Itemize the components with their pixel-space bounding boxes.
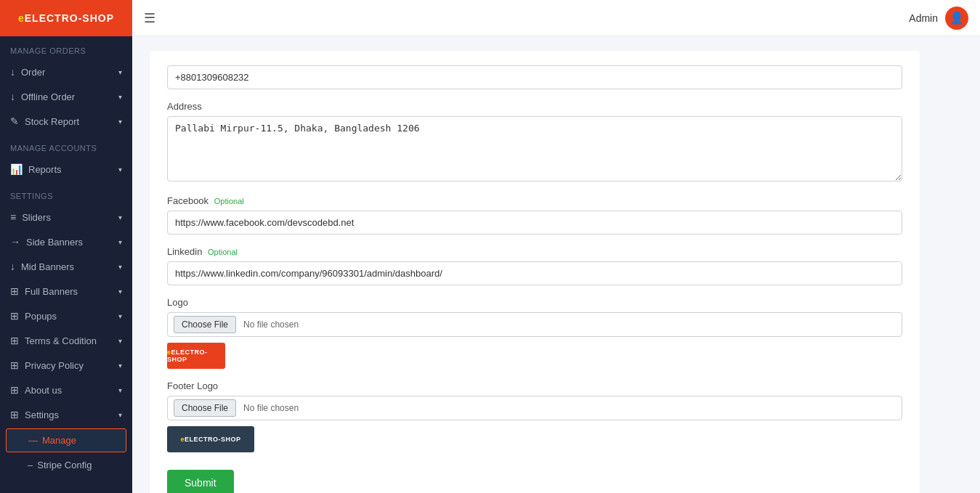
chevron-icon: ▾ [118,238,122,246]
sidebar-item-label: Sliders [22,212,51,223]
chevron-icon: ▾ [118,93,122,101]
sidebar-logo[interactable]: eELECTRO-SHOP [0,0,132,36]
dash-icon: — [28,435,38,446]
sliders-icon: ≡ [10,211,16,223]
sidebar-item-popups[interactable]: ⊞ Popups ▾ [0,303,132,328]
settings-section: SETTINGS [0,182,132,205]
form-container: Address Pallabi Mirpur-11.5, Dhaka, Bang… [150,51,920,493]
reports-icon: 📊 [10,163,23,175]
chevron-icon: ▾ [118,337,122,345]
sidebar-item-sliders[interactable]: ≡ Sliders ▾ [0,205,132,229]
sidebar-item-terms[interactable]: ⊞ Terms & Codition ▾ [0,328,132,353]
sidebar-item-label: Privacy Policy [25,360,84,371]
address-textarea[interactable]: Pallabi Mirpur-11.5, Dhaka, Bangladesh 1… [167,116,902,182]
sidebar-item-label: Terms & Codition [25,335,97,346]
footer-logo-preview-text: eELECTRO-SHOP [180,436,240,443]
sidebar-item-settings[interactable]: ⊞ Settings ▾ [0,402,132,427]
sidebar-item-order[interactable]: ↓ Order ▾ [0,60,132,84]
phone-group [167,65,902,89]
sidebar-item-about-us[interactable]: ⊞ About us ▾ [0,378,132,402]
order-icon: ↓ [10,66,15,78]
offline-order-icon: ↓ [10,91,15,102]
footer-logo-group: Footer Logo Choose File No file chosen e… [167,380,902,452]
chevron-icon: ▾ [118,312,122,320]
facebook-input[interactable] [167,211,902,235]
chevron-icon: ▾ [118,166,122,174]
topbar: ☰ Admin 👤 [132,0,980,36]
hamburger-icon[interactable]: ☰ [144,10,155,26]
sidebar-item-label: Settings [25,410,59,420]
sidebar-item-side-banners[interactable]: → Side Banners ▾ [0,229,132,254]
chevron-icon: ▾ [118,411,122,419]
sidebar-item-label: Reports [28,164,62,175]
logo-file-wrapper: Choose File No file chosen [167,312,902,337]
logo-preview-text: eELECTRO-SHOP [167,349,225,363]
sidebar-item-label: Side Banners [26,237,83,248]
linkedin-optional: Optional [208,248,238,256]
sidebar-item-full-banners[interactable]: ⊞ Full Banners ▾ [0,279,132,303]
stock-report-icon: ✎ [10,115,19,127]
sidebar-item-privacy-policy[interactable]: ⊞ Privacy Policy ▾ [0,353,132,378]
popups-icon: ⊞ [10,310,19,322]
sidebar-item-reports[interactable]: 📊 Reports ▾ [0,157,132,182]
chevron-icon: ▾ [118,118,122,126]
phone-input[interactable] [167,65,902,89]
chevron-icon: ▾ [118,263,122,271]
sidebar-item-label: Stock Report [25,116,79,127]
address-group: Address Pallabi Mirpur-11.5, Dhaka, Bang… [167,101,902,184]
topbar-right: Admin 👤 [909,7,968,30]
sidebar-subitem-manage[interactable]: — Manage [6,428,126,452]
sidebar-item-label: Mid Banners [21,261,74,272]
sidebar-sub-label: Stripe Config [37,460,92,470]
linkedin-input[interactable] [167,261,902,285]
facebook-optional: Optional [214,197,244,205]
sidebar-item-label: Order [21,67,45,78]
footer-logo-preview[interactable]: eELECTRO-SHOP [167,426,254,452]
logo-group: Logo Choose File No file chosen eELECTRO… [167,297,902,369]
sidebar-item-offline-order[interactable]: ↓ Offline Order ▾ [0,84,132,109]
sidebar-item-label: Full Banners [25,286,78,297]
chevron-icon: ▾ [118,68,122,76]
dash-icon: – [28,460,33,470]
avatar[interactable]: 👤 [945,7,968,30]
chevron-icon: ▾ [118,362,122,370]
submit-button[interactable]: Submit [167,470,234,493]
admin-label: Admin [909,12,938,24]
manage-accounts-section: MANAGE ACCOUNTS [0,134,132,157]
brand-name: eELECTRO-SHOP [18,12,114,24]
mid-banners-icon: ↓ [10,261,15,272]
linkedin-label: Linkedin Optional [167,246,902,257]
sidebar-item-label: About us [25,385,62,396]
footer-logo-label: Footer Logo [167,380,902,391]
main-content: Address Pallabi Mirpur-11.5, Dhaka, Bang… [132,36,980,493]
footer-logo-file-wrapper: Choose File No file chosen [167,396,902,420]
sidebar-subitem-stripe-config[interactable]: – Stripe Config [0,454,132,476]
address-label: Address [167,101,902,112]
side-banners-icon: → [10,236,20,248]
main-wrapper: ☰ Admin 👤 Address Pallabi Mirpur-11.5, D… [132,0,980,493]
full-banners-icon: ⊞ [10,285,19,297]
facebook-label: Facebook Optional [167,195,902,206]
manage-orders-section: MANAGE ORDERS [0,36,132,60]
logo-preview[interactable]: eELECTRO-SHOP [167,343,225,369]
settings-icon: ⊞ [10,409,19,420]
topbar-left: ☰ [144,10,155,26]
sidebar-sub-label: Manage [42,435,76,446]
linkedin-group: Linkedin Optional [167,246,902,285]
privacy-icon: ⊞ [10,359,19,371]
chevron-icon: ▾ [118,288,122,296]
about-icon: ⊞ [10,384,19,396]
sidebar-item-stock-report[interactable]: ✎ Stock Report ▾ [0,109,132,134]
footer-logo-choose-file-btn[interactable]: Choose File [174,399,236,417]
logo-choose-file-btn[interactable]: Choose File [174,316,236,333]
chevron-icon: ▾ [118,213,122,221]
facebook-group: Facebook Optional [167,195,902,235]
sidebar-item-label: Popups [25,311,57,322]
chevron-icon: ▾ [118,386,122,394]
footer-logo-no-file-text: No file chosen [243,403,299,413]
logo-no-file-text: No file chosen [243,319,299,330]
sidebar-item-label: Offline Order [21,91,75,102]
sidebar-item-mid-banners[interactable]: ↓ Mid Banners ▾ [0,254,132,279]
sidebar: eELECTRO-SHOP MANAGE ORDERS ↓ Order ▾ ↓ … [0,0,132,493]
terms-icon: ⊞ [10,335,19,346]
